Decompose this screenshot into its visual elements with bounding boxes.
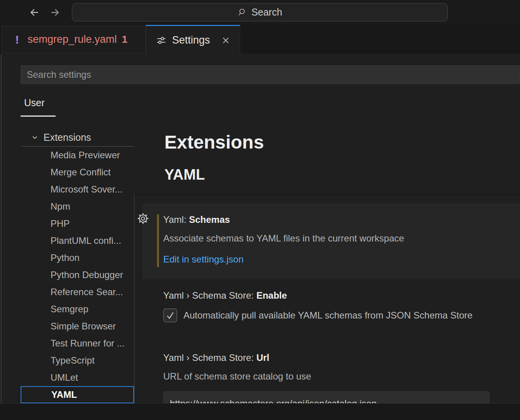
- category-title: YAML: [164, 166, 205, 183]
- setting-name: Url: [257, 352, 269, 363]
- command-center-search[interactable]: Search: [72, 3, 448, 21]
- toc-item[interactable]: Python: [21, 249, 134, 266]
- modified-indicator: [157, 214, 159, 267]
- toc-sash[interactable]: [134, 194, 134, 403]
- setting-category: Yaml:: [163, 214, 189, 225]
- forward-arrow-icon[interactable]: [49, 6, 61, 19]
- toc-item[interactable]: UMLet: [21, 369, 134, 386]
- sliders-icon: [156, 35, 167, 46]
- setting-category: Yaml › Schema Store:: [163, 290, 257, 301]
- page-title: Extensions: [164, 131, 264, 153]
- tab-bar: ! semgrep_rule.yaml 1 Settings: [0, 25, 520, 54]
- toc-item[interactable]: Semgrep: [21, 301, 134, 318]
- setting-description: Associate schemas to YAML files in the c…: [163, 233, 404, 244]
- header-divider: [134, 194, 520, 194]
- dirty-count-badge: 1: [122, 33, 127, 46]
- exclamation-file-icon: !: [15, 33, 19, 46]
- setting-name: Schemas: [189, 214, 230, 225]
- toc-item[interactable]: PHP: [21, 215, 134, 232]
- tab-semgrep-rule-yaml[interactable]: ! semgrep_rule.yaml 1: [2, 26, 146, 53]
- scope-tab-label: User: [24, 97, 45, 108]
- settings-toc: Extensions Media Previewer Merge Conflic…: [21, 128, 134, 403]
- toc-item[interactable]: PlantUML confi...: [21, 232, 134, 249]
- window-bottom-strip: [0, 403, 520, 420]
- toc-item[interactable]: Npm: [21, 198, 134, 215]
- edit-in-settings-json-link[interactable]: Edit in settings.json: [163, 254, 244, 265]
- scope-tab-underline: [21, 116, 56, 117]
- tab-settings-label: Settings: [172, 34, 210, 46]
- toc-item[interactable]: Simple Browser: [21, 318, 134, 335]
- toc-item[interactable]: YAML: [21, 386, 134, 403]
- gear-icon[interactable]: [137, 212, 149, 225]
- toc-item[interactable]: TypeScript: [21, 352, 134, 369]
- setting-title: Yaml › Schema Store: Url: [163, 352, 269, 363]
- settings-search-input[interactable]: [21, 65, 520, 84]
- enable-checkbox[interactable]: [163, 308, 177, 322]
- setting-description: URL of schema store catalog to use: [163, 371, 311, 382]
- toc-list: Media Previewer Merge Conflict Microsoft…: [21, 147, 134, 403]
- tab-file-label: semgrep_rule.yaml: [28, 33, 117, 46]
- toc-item[interactable]: Microsoft Sover...: [21, 181, 134, 198]
- toc-item[interactable]: Media Previewer: [21, 147, 134, 164]
- editor-left-border: [1, 54, 2, 403]
- schema-store-url-input[interactable]: [163, 391, 490, 403]
- toc-item[interactable]: Merge Conflict: [21, 164, 134, 181]
- setting-title: Yaml › Schema Store: Enable: [163, 290, 287, 301]
- scope-tab-user[interactable]: User: [24, 97, 45, 108]
- command-center-label: Search: [251, 7, 282, 18]
- toc-item[interactable]: Test Runner for ...: [21, 335, 134, 352]
- vscode-window: Search ! semgrep_rule.yaml 1 Settings: [0, 0, 520, 420]
- checkbox-label: Automatically pull available YAML schema…: [183, 310, 473, 321]
- toc-root-label: Extensions: [44, 132, 91, 143]
- tab-settings[interactable]: Settings: [146, 25, 240, 54]
- toc-item[interactable]: Python Debugger: [21, 266, 134, 284]
- settings-editor: User Extensions Media Previewer Merge Co…: [0, 54, 520, 403]
- chevron-down-icon: [31, 134, 38, 141]
- title-bar: Search: [0, 0, 520, 25]
- search-icon: [237, 7, 248, 18]
- close-icon[interactable]: [222, 36, 230, 45]
- setting-name: Enable: [257, 290, 287, 301]
- toc-item-extensions[interactable]: Extensions: [21, 128, 134, 146]
- back-arrow-icon[interactable]: [28, 6, 40, 19]
- setting-title: Yaml: Schemas: [163, 214, 230, 225]
- toc-item[interactable]: Reference Sear...: [21, 284, 134, 301]
- setting-row-yaml-schemas: Yaml: Schemas Associate schemas to YAML …: [142, 203, 520, 279]
- setting-category: Yaml › Schema Store:: [163, 352, 257, 363]
